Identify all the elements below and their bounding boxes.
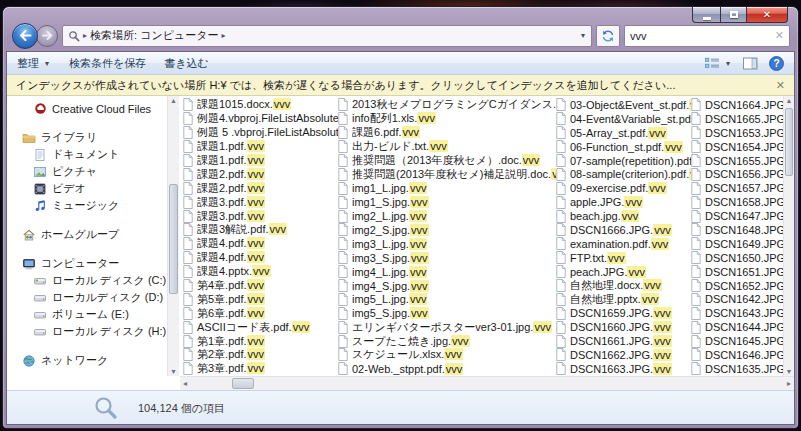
minimize-button[interactable]	[692, 7, 720, 23]
sidebar-item-local-disk-h[interactable]: ローカル ディスク (H:)	[7, 323, 167, 340]
file-item[interactable]: 2013秋セメプログラミングCガイダンス.pdf.vvv	[338, 98, 556, 112]
scroll-down-icon[interactable]: ▼	[784, 368, 794, 375]
file-item[interactable]: examination.pdf.vvv	[556, 237, 691, 251]
back-button[interactable]	[12, 23, 38, 49]
file-item[interactable]: 第5章.pdf.vvv	[183, 292, 338, 306]
file-item[interactable]: DSCN1651.JPG.vvv	[691, 265, 783, 279]
file-item[interactable]: 課題3解説.pdf.vvv	[183, 223, 338, 237]
file-item[interactable]: DSCN1642.JPG.vvv	[691, 292, 783, 306]
file-item[interactable]: DSCN1660.JPG.vvv	[556, 320, 691, 334]
breadcrumb-location[interactable]: 検索場所: コンピューター	[90, 28, 218, 43]
refresh-button[interactable]	[596, 25, 620, 47]
file-item[interactable]: img1_L.jpg.vvv	[338, 181, 556, 195]
breadcrumb[interactable]: ▸ 検索場所: コンピューター ▸ ▾	[62, 25, 592, 47]
sidebar-item-local-disk-c[interactable]: ローカル ディスク (C:)	[7, 272, 167, 289]
file-item[interactable]: img2_L.jpg.vvv	[338, 209, 556, 223]
file-item[interactable]: DSCN1656.JPG.vvv	[691, 167, 783, 181]
file-item[interactable]: 09-exercise.pdf.vvv	[556, 181, 691, 195]
sidebar-item-music[interactable]: ミュージック	[7, 197, 167, 214]
file-item[interactable]: 例題 5 .vbproj.FileListAbsolute.txt.vvv	[183, 126, 338, 140]
file-item[interactable]: 課題6.pdf.vvv	[338, 126, 556, 140]
file-item[interactable]: 08-sample(criterion).pdf.vvv	[556, 167, 691, 181]
sidebar-item-computer[interactable]: コンピューター	[7, 255, 167, 272]
vertical-scrollbar-thumb[interactable]	[785, 108, 793, 176]
file-item[interactable]: img1_S.jpg.vvv	[338, 195, 556, 209]
file-item[interactable]: DSCN1643.JPG.vvv	[691, 306, 783, 320]
file-item[interactable]: DSCN1664.JPG.vvv	[691, 98, 783, 112]
file-item[interactable]: 課題1.pdf.vvv	[183, 154, 338, 168]
file-item[interactable]: DSCN1635.JPG.vvv	[691, 362, 783, 376]
file-item[interactable]: img4_S.jpg.vvv	[338, 279, 556, 293]
sidebar-item-documents[interactable]: ドキュメント	[7, 146, 167, 163]
file-item[interactable]: img3_S.jpg.vvv	[338, 251, 556, 265]
forward-button[interactable]	[36, 25, 58, 47]
file-item[interactable]: DSCN1665.JPG.vvv	[691, 112, 783, 126]
file-item[interactable]: 03-Object&Event_st.pdf.vvv	[556, 98, 691, 112]
file-item[interactable]: img2_S.jpg.vvv	[338, 223, 556, 237]
file-item[interactable]: 例題4.vbproj.FileListAbsolute.txt.vvv	[183, 112, 338, 126]
file-item[interactable]: DSCN1647.JPG.vvv	[691, 209, 783, 223]
file-item[interactable]: DSCN1661.JPG.vvv	[556, 334, 691, 348]
file-item[interactable]: DSCN1650.JPG.vvv	[691, 251, 783, 265]
file-item[interactable]: DSCN1646.JPG.vvv	[691, 348, 783, 362]
maximize-button[interactable]	[720, 7, 746, 23]
file-item[interactable]: スケジュール.xlsx.vvv	[338, 348, 556, 362]
scroll-up-icon[interactable]: ▲	[784, 97, 794, 104]
file-item[interactable]: 02-Web._stppt.pdf.vvv	[338, 362, 556, 376]
file-item[interactable]: 課題2.pdf.vvv	[183, 181, 338, 195]
file-item[interactable]: FTP.txt.vvv	[556, 251, 691, 265]
organize-button[interactable]: 整理▾	[17, 56, 51, 71]
file-item[interactable]: 課題2.pdf.vvv	[183, 167, 338, 181]
file-item[interactable]: 推奨問題（2013年度秋セメ）.doc.vvv	[338, 154, 556, 168]
file-item[interactable]: img4_L.jpg.vvv	[338, 265, 556, 279]
file-item[interactable]: 課題4.pdf.vvv	[183, 251, 338, 265]
file-item[interactable]: DSCN1658.JPG.vvv	[691, 195, 783, 209]
file-item[interactable]: DSCN1659.JPG.vvv	[556, 306, 691, 320]
file-item[interactable]: img3_L.jpg.vvv	[338, 237, 556, 251]
file-item[interactable]: 出力-ビルド.txt.vvv	[338, 140, 556, 154]
file-item[interactable]: DSCN1655.JPG.vvv	[691, 154, 783, 168]
file-item[interactable]: 自然地理.docx.vvv	[556, 279, 691, 293]
file-item[interactable]: ASCIIコード表.pdf.vvv	[183, 320, 338, 334]
sidebar-item-volume-e[interactable]: ボリューム (E:)	[7, 306, 167, 323]
file-item[interactable]: DSCN1657.JPG.vvv	[691, 181, 783, 195]
sidebar-item-pictures[interactable]: ピクチャ	[7, 163, 167, 180]
sidebar-scrollbar-thumb[interactable]	[169, 184, 178, 294]
file-item[interactable]: img5_S.jpg.vvv	[338, 306, 556, 320]
close-button[interactable]: ✕	[746, 7, 788, 23]
file-item[interactable]: スープたこ焼き.jpg.vvv	[338, 334, 556, 348]
file-item[interactable]: 第2章.pdf.vvv	[183, 348, 338, 362]
file-item[interactable]: DSCN1649.JPG.vvv	[691, 237, 783, 251]
preview-pane-button[interactable]	[743, 57, 758, 70]
file-item[interactable]: 課題4.pptx.vvv	[183, 265, 338, 279]
file-item[interactable]: 第4章.pdf.vvv	[183, 279, 338, 293]
file-item[interactable]: DSCN1654.JPG.vvv	[691, 140, 783, 154]
file-item[interactable]: DSCN1652.JPG.vvv	[691, 279, 783, 293]
file-item[interactable]: 第6章.pdf.vvv	[183, 306, 338, 320]
file-item[interactable]: 第1章.pdf.vvv	[183, 334, 338, 348]
file-item[interactable]: 04-Event&Variable_st.pdf.vvv	[556, 112, 691, 126]
help-button[interactable]: ?	[769, 56, 784, 71]
sidebar-scroll-up-icon[interactable]: ▲	[168, 97, 179, 104]
file-item[interactable]: 課題1015.docx.vvv	[183, 98, 338, 112]
change-view-button[interactable]: ▾	[705, 57, 732, 70]
file-item[interactable]: DSCN1645.JPG.vvv	[691, 334, 783, 348]
file-item[interactable]: DSCN1648.JPG.vvv	[691, 223, 783, 237]
file-item[interactable]: 課題1.pdf.vvv	[183, 140, 338, 154]
file-item[interactable]: 課題4.pdf.vvv	[183, 237, 338, 251]
address-dropdown-icon[interactable]: ▾	[579, 31, 587, 40]
sidebar-item-local-disk-d[interactable]: ローカルディスク (D:)	[7, 289, 167, 306]
sidebar-item-creative-cloud-files[interactable]: Creative Cloud Files	[7, 100, 167, 117]
file-item[interactable]: peach.JPG.vvv	[556, 265, 691, 279]
save-search-button[interactable]: 検索条件を保存	[69, 56, 146, 71]
file-item[interactable]: 07-sample(repetition).pdf.vvv	[556, 154, 691, 168]
sidebar-item-network[interactable]: ネットワーク	[7, 352, 167, 369]
index-notification-bar[interactable]: インデックスが作成されていない場所 H:¥ では、検索が遅くなる場合があります。…	[7, 75, 794, 96]
scroll-right-icon[interactable]: ▸	[787, 379, 791, 388]
burn-button[interactable]: 書き込む	[164, 56, 209, 71]
file-item[interactable]: 課題3.pdf.vvv	[183, 209, 338, 223]
horizontal-scrollbar-thumb[interactable]	[232, 378, 254, 389]
notification-close-icon[interactable]: ✕	[776, 79, 785, 92]
search-clear-icon[interactable]: ✕	[775, 30, 784, 41]
file-item[interactable]: エリンギバターポスターver3-01.jpg.vvv	[338, 320, 556, 334]
